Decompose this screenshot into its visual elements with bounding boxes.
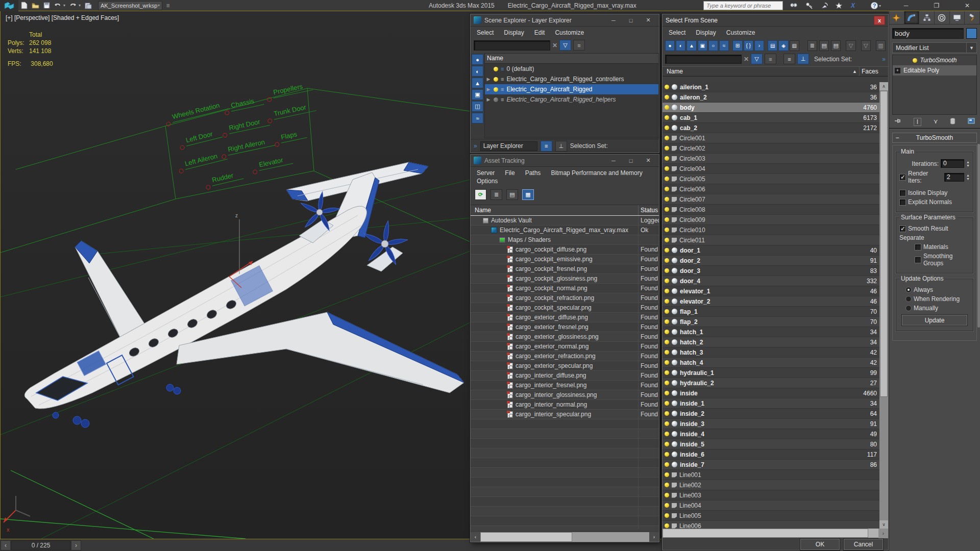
object-row[interactable]: body4760 bbox=[663, 103, 888, 113]
visibility-bulb-icon[interactable] bbox=[665, 166, 669, 171]
open-file-icon[interactable] bbox=[30, 1, 41, 11]
menu-paths[interactable]: Paths bbox=[525, 169, 541, 177]
frame-counter[interactable]: 0 / 225 bbox=[11, 540, 70, 550]
asset-row[interactable]: Maps / Shaders bbox=[471, 235, 659, 245]
menu-file[interactable]: File bbox=[505, 169, 514, 177]
turbosmooth-rollout-header[interactable]: − TurboSmooth bbox=[892, 133, 977, 143]
redo-dropdown-icon[interactable]: ▾ bbox=[79, 3, 83, 8]
asset-row[interactable]: cargo_cockpit_diffuse.pngFound bbox=[471, 245, 659, 255]
filter-funnel-icon[interactable]: ▽ bbox=[846, 40, 855, 51]
show-end-result-icon[interactable]: I bbox=[914, 118, 921, 126]
asset-row[interactable]: cargo_cockpit_glossiness.pngFound bbox=[471, 274, 659, 284]
toolbar-overflow-icon[interactable]: ≡ bbox=[162, 1, 174, 11]
object-row[interactable]: Line003 bbox=[663, 490, 888, 500]
iterations-field[interactable]: 0 bbox=[941, 159, 964, 168]
object-row[interactable]: inside4660 bbox=[663, 388, 888, 398]
visibility-bulb-icon[interactable] bbox=[665, 136, 669, 140]
scroll-thumb[interactable] bbox=[480, 532, 572, 542]
filter-icon[interactable]: ▽ bbox=[751, 54, 763, 64]
layer-filter-icon[interactable]: ≡ bbox=[765, 54, 776, 64]
object-row[interactable]: cab_16173 bbox=[663, 113, 888, 123]
tab-motion[interactable] bbox=[935, 11, 950, 24]
object-row[interactable]: Circle002 bbox=[663, 143, 888, 154]
name-column-header[interactable]: Name bbox=[485, 54, 658, 64]
layer-row[interactable]: ▶≡Electric_Cargo_Aircraft_Rigged_helpers bbox=[485, 94, 658, 105]
asset-row[interactable]: cargo_exterior_diffuse.pngFound bbox=[471, 313, 659, 322]
asset-horizontal-scrollbar[interactable]: ‹ › bbox=[471, 532, 659, 542]
asset-row[interactable]: cargo_exterior_glossiness.pngFound bbox=[471, 332, 659, 342]
asset-tracking-titlebar[interactable]: Asset Tracking ─ □ ✕ bbox=[471, 155, 659, 167]
scroll-up-icon[interactable]: ∧ bbox=[879, 82, 888, 90]
asset-row[interactable]: cargo_cockpit_fresnel.pngFound bbox=[471, 264, 659, 274]
object-row[interactable]: hatch_234 bbox=[663, 337, 888, 347]
workspace-selector[interactable]: AK_Screenshot_wrksp ▾ bbox=[98, 1, 162, 10]
asset-row[interactable]: cargo_exterior_specular.pngFound bbox=[471, 361, 659, 371]
visibility-bulb-icon[interactable] bbox=[665, 513, 669, 518]
asset-row[interactable]: cargo_interior_fresnel.pngFound bbox=[471, 381, 659, 390]
refresh-icon[interactable]: ⟳ bbox=[475, 189, 486, 200]
max-logo-icon[interactable] bbox=[0, 0, 18, 11]
object-row[interactable]: flap_270 bbox=[663, 317, 888, 327]
display-cameras-icon[interactable]: ▣ bbox=[698, 40, 707, 51]
object-row[interactable]: Circle003 bbox=[663, 154, 888, 164]
object-row[interactable]: inside_391 bbox=[663, 419, 888, 429]
close-icon[interactable]: ✕ bbox=[641, 156, 656, 165]
layers-icon[interactable]: ≡ bbox=[541, 141, 552, 152]
menu-server[interactable]: Server bbox=[477, 169, 495, 177]
object-row[interactable]: door_291 bbox=[663, 256, 888, 266]
expand-arrow-icon[interactable]: ▶ bbox=[486, 87, 491, 92]
visibility-bulb-icon[interactable] bbox=[665, 401, 669, 406]
restore-button[interactable]: ❐ bbox=[925, 0, 948, 11]
visibility-bulb-icon[interactable] bbox=[665, 238, 669, 242]
visibility-bulb-icon[interactable] bbox=[665, 85, 669, 89]
render-iters-checkbox[interactable] bbox=[899, 174, 906, 181]
visibility-bulb-icon[interactable] bbox=[665, 248, 669, 253]
object-row[interactable]: door_4332 bbox=[663, 276, 888, 286]
panel-scrollbar[interactable] bbox=[977, 144, 980, 328]
object-row[interactable]: Circle007 bbox=[663, 194, 888, 205]
object-row[interactable]: Line004 bbox=[663, 500, 888, 511]
category-helpers-icon[interactable]: ◫ bbox=[472, 101, 483, 112]
modifier-bulb-icon[interactable] bbox=[913, 58, 917, 63]
explorer-mode-dropdown[interactable]: Layer Explorer bbox=[480, 141, 537, 151]
visibility-bulb-icon[interactable] bbox=[665, 187, 669, 191]
name-column-header[interactable]: Name bbox=[663, 68, 852, 75]
asset-row[interactable]: cargo_interior_normal.pngFound bbox=[471, 400, 659, 410]
asset-row[interactable]: cargo_cockpit_specular.pngFound bbox=[471, 303, 659, 313]
tab-hierarchy[interactable] bbox=[919, 11, 935, 24]
visibility-bulb-icon[interactable] bbox=[665, 360, 669, 365]
category-geometry-icon[interactable]: ● bbox=[472, 54, 483, 65]
scroll-left-icon[interactable]: ‹ bbox=[471, 532, 480, 542]
object-row[interactable]: hatch_342 bbox=[663, 347, 888, 358]
visibility-bulb-icon[interactable] bbox=[665, 309, 669, 314]
prev-frame-button[interactable]: ‹ bbox=[1, 540, 11, 550]
status-column-header[interactable]: Status bbox=[639, 205, 659, 215]
display-geometry-icon[interactable]: ● bbox=[665, 40, 675, 51]
close-button[interactable]: ✕ bbox=[955, 0, 979, 11]
asset-row[interactable]: cargo_exterior_refraction.pngFound bbox=[471, 352, 659, 361]
display-spacewarps-icon[interactable]: ≈ bbox=[719, 40, 729, 51]
object-row[interactable]: hydraulic_227 bbox=[663, 378, 888, 388]
asset-row[interactable]: cargo_cockpit_normal.pngFound bbox=[471, 284, 659, 293]
render-iters-spinner[interactable]: ▲▼ bbox=[966, 173, 970, 181]
object-row[interactable]: Circle008 bbox=[663, 205, 888, 215]
visibility-bulb-icon[interactable] bbox=[665, 340, 669, 344]
table-view-icon[interactable]: ▦ bbox=[522, 189, 534, 200]
layer-row[interactable]: ≡0 (default) bbox=[485, 64, 658, 74]
ok-button[interactable]: OK bbox=[800, 539, 840, 550]
horizontal-scrollbar[interactable]: › bbox=[663, 529, 888, 538]
visibility-bulb-icon[interactable] bbox=[665, 370, 669, 375]
save-icon[interactable] bbox=[41, 1, 52, 11]
menu-options[interactable]: Options bbox=[477, 178, 498, 185]
faces-column-header[interactable]: Faces bbox=[862, 68, 888, 75]
help-dropdown-icon[interactable]: ▾ bbox=[879, 4, 883, 8]
name-column-header[interactable]: Name bbox=[471, 205, 639, 215]
materials-checkbox[interactable] bbox=[915, 244, 921, 251]
modifier-stack-row[interactable]: +Editable Poly bbox=[893, 65, 976, 76]
category-shapes-icon[interactable]: ◐ bbox=[472, 66, 483, 77]
expand-arrow-icon[interactable]: ▶ bbox=[486, 97, 491, 102]
render-iters-field[interactable]: 2 bbox=[944, 173, 964, 182]
communication-center-icon[interactable] bbox=[818, 1, 831, 11]
menu-display[interactable]: Display bbox=[696, 29, 716, 36]
menu-select[interactable]: Select bbox=[477, 29, 494, 36]
